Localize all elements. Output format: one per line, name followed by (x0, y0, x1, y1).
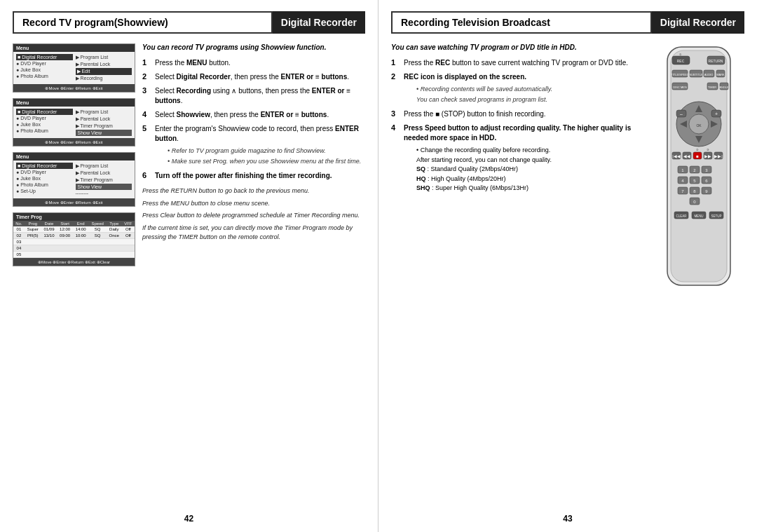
right-header: Recording Television Broadcast Digital R… (391, 11, 744, 34)
svg-text:◀◀: ◀◀ (683, 154, 690, 158)
svg-text:▶▶|: ▶▶| (714, 154, 723, 158)
menu-item: ● DVD Player (16, 169, 73, 175)
timer-panel-header: Timer Prog (13, 213, 135, 221)
menu-item: ▶ Parental Lock (76, 170, 132, 177)
right-steps: You can save watching TV program or DVD … (391, 43, 646, 289)
menu-panel-2-header: Menu (13, 99, 135, 107)
left-page-title: Record TV program(Showview) (13, 11, 273, 34)
col-prog: Prog (25, 221, 41, 226)
remote-control-illustration: REC ① RETURN TITLE/SPEED SUBTITLE AUDIO … (653, 43, 744, 289)
menu-panel-3-header: Menu (13, 153, 135, 161)
svg-text:②: ② (696, 148, 699, 151)
menu-panel-3: Menu ■ Digital Recorder ● DVD Player ● J… (13, 152, 135, 207)
left-panels: Menu ■ Digital Recorder ● DVD Player ● J… (13, 43, 135, 272)
left-step-list: 1 Press the MENU button. 2 Select Digita… (142, 58, 365, 181)
menu-item: ▶ Program List (76, 54, 132, 61)
col-no: No. (13, 221, 25, 226)
svg-text:DISC MEN: DISC MEN (673, 86, 687, 89)
timer-table: No. Prog Date Start End Speed Type VFF 0 (13, 221, 135, 258)
svg-text:TIMER: TIMER (708, 86, 717, 89)
right-page: Recording Television Broadcast Digital R… (378, 0, 757, 532)
table-row: 02PR(5)13/1009:0010:00SQOnceOff (13, 233, 135, 239)
col-type: Type (107, 221, 122, 226)
menu-item: ▶ Timer Program (76, 177, 132, 184)
italic-notes: Press the RETURN button to go back to th… (142, 186, 365, 243)
right-intro-text: You can save watching TV program or DVD … (391, 43, 646, 51)
svg-text:▶▶: ▶▶ (704, 154, 711, 158)
table-row: 03 (13, 239, 135, 245)
svg-text:①: ① (679, 53, 682, 56)
table-row: 04 (13, 245, 135, 252)
svg-text:+: + (715, 111, 718, 116)
left-header: Record TV program(Showview) Digital Reco… (13, 11, 365, 34)
step-1: 1 Press the MENU button. (142, 58, 365, 68)
left-intro-text: You can record TV programs using Showvie… (142, 43, 365, 51)
right-step-2-notes: • Recording contents will be saved autom… (416, 85, 552, 104)
svg-text:|◀◀: |◀◀ (672, 154, 681, 158)
menu-item: ▶ Parental Lock (76, 61, 132, 68)
svg-text:ANGLE: ANGLE (719, 86, 729, 89)
svg-text:RETURN: RETURN (709, 59, 723, 63)
menu-item: ● Photo Album (16, 182, 73, 188)
step-2: 2 Select Digital Recorder, then press th… (142, 72, 365, 82)
menu-panel-3-footer: ⊕Move ⊕Enter ⊕Return ⊕Exit (13, 198, 135, 206)
svg-text:–: – (680, 111, 683, 116)
right-step-list: 1 Press the REC button to save current w… (391, 58, 646, 193)
menu-panel-2: Menu ■ Digital Recorder ● DVD Player ● J… (13, 98, 135, 146)
right-step-3: 3 Press the ■ (STOP) button to finish re… (391, 109, 646, 119)
right-content-area: You can save watching TV program or DVD … (391, 43, 744, 289)
menu-item: ● Juke Box (16, 175, 73, 182)
col-end: End (73, 221, 89, 226)
svg-text:MENU: MENU (694, 214, 703, 218)
right-step-4: 4 Press Speed button to adjust recording… (391, 123, 646, 193)
svg-text:REC: REC (677, 59, 685, 63)
menu-item: ● Juke Box (16, 67, 73, 73)
menu-item-showview: Show View (76, 130, 132, 136)
menu-item: ● Set-Up (16, 188, 73, 194)
menu-panel-1: Menu ■ Digital Recorder ● DVD Player ● J… (13, 43, 135, 93)
left-page-number: 42 (184, 514, 193, 524)
step-5-notes: • Refer to TV program guide magazine to … (168, 146, 365, 165)
svg-text:③: ③ (707, 148, 709, 151)
left-content-area: Menu ■ Digital Recorder ● DVD Player ● J… (13, 43, 365, 272)
remote-svg: REC ① RETURN TITLE/SPEED SUBTITLE AUDIO … (657, 43, 741, 289)
timer-panel: Timer Prog No. Prog Date Start End Speed… (13, 212, 135, 266)
menu-panel-1-header: Menu (13, 44, 135, 52)
menu-item: ▶ Program List (76, 109, 132, 116)
right-step-1: 1 Press the REC button to save current w… (391, 58, 646, 68)
table-row: 01Super01/0912:0014:00SQDailyOff (13, 226, 135, 233)
svg-text:TITLE/SPEED: TITLE/SPEED (671, 73, 689, 76)
menu-item: ● DVD Player (16, 115, 73, 121)
left-instructions: You can record TV programs using Showvie… (142, 43, 365, 272)
svg-text:OK: OK (696, 123, 702, 128)
table-row: 05 (13, 252, 135, 258)
svg-text:CLEAR: CLEAR (676, 214, 687, 218)
svg-text:MARK: MARK (716, 73, 725, 76)
menu-item-dots: -------- (76, 190, 132, 196)
menu-item: ▶ Parental Lock (76, 116, 132, 123)
menu-item-showview: Show View (76, 184, 132, 190)
menu-item: ● Photo Album (16, 73, 73, 79)
menu-item: ▶ Timer Program (76, 123, 132, 130)
svg-text:AUDIO: AUDIO (704, 73, 714, 76)
svg-text:■: ■ (696, 154, 699, 158)
timer-panel-footer: ⊕Move ⊕Enter ⊕Return ⊕Exit ⊕Clear (13, 258, 135, 266)
step-6: 6 Turn off the power after finishing the… (142, 171, 365, 181)
menu-panel-1-footer: ⊕Move ⊕Enter ⊕Return ⊕Exit (13, 84, 135, 92)
col-vff: VFF (122, 221, 135, 226)
svg-text:SETUP: SETUP (711, 214, 721, 218)
right-page-title: Recording Television Broadcast (391, 11, 652, 34)
right-page-number: 43 (563, 514, 572, 524)
svg-text:SUBTITLE: SUBTITLE (689, 73, 702, 76)
menu-item: ▶ Edit (76, 68, 132, 75)
step-4: 4 Select Showview, then press the ENTER … (142, 110, 365, 120)
menu-item: ■ Digital Recorder (16, 109, 73, 115)
right-step-2: 2 REC icon is displayed on the screen. •… (391, 72, 646, 105)
menu-item: ■ Digital Recorder (16, 54, 73, 60)
right-page-label: Digital Recorder (652, 11, 744, 34)
menu-item: ● Photo Album (16, 128, 73, 134)
menu-item: ▶ Recording (76, 75, 132, 82)
menu-item: ● Juke Box (16, 121, 73, 128)
step-5: 5 Enter the program's Showview code to r… (142, 124, 365, 167)
menu-panel-2-footer: ⊕Move ⊕Enter ⊕Return ⊕Exit (13, 138, 135, 146)
